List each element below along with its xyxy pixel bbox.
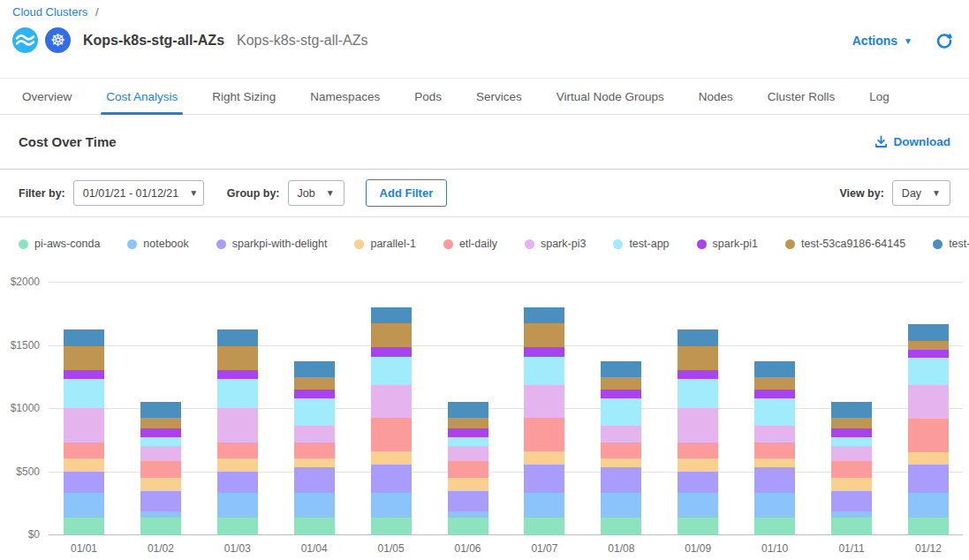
bar-segment-etl-daily[interactable] (371, 418, 412, 451)
bar-01-02[interactable] (140, 402, 181, 534)
bar-segment-spark-pi3[interactable] (294, 426, 335, 443)
bar-segment-spark-pi1[interactable] (678, 370, 718, 379)
bar-segment-test-app[interactable] (371, 357, 412, 384)
bar-segment-test-pkix[interactable] (448, 402, 488, 418)
bar-segment-test-pkix[interactable] (217, 329, 258, 346)
bar-segment-sparkpi-with-delight[interactable] (140, 491, 181, 511)
bar-segment-etl-daily[interactable] (601, 443, 641, 458)
bar-segment-spark-pi1[interactable] (908, 350, 949, 358)
bar-01-04[interactable] (294, 361, 335, 534)
legend-item-parallel-1[interactable]: parallel-1 (354, 238, 415, 250)
download-button[interactable]: Download (874, 135, 951, 148)
bar-segment-test-pkix[interactable] (601, 361, 641, 377)
bar-segment-test-53ca9186-64145[interactable] (371, 323, 412, 347)
bar-segment-spark-pi3[interactable] (601, 426, 641, 443)
add-filter-button[interactable]: Add Filter (366, 179, 448, 207)
tab-overview[interactable]: Overview (22, 79, 72, 114)
bar-01-05[interactable] (371, 307, 412, 534)
bar-segment-test-app[interactable] (140, 437, 181, 446)
bar-segment-notebook[interactable] (908, 493, 949, 518)
bar-segment-etl-daily[interactable] (754, 443, 795, 458)
bar-segment-spark-pi3[interactable] (524, 385, 564, 418)
bar-segment-test-53ca9186-64145[interactable] (908, 341, 949, 350)
bar-segment-test-pkix[interactable] (754, 361, 795, 377)
bar-01-09[interactable] (678, 329, 718, 534)
bar-segment-pi-aws-conda[interactable] (217, 518, 258, 534)
bar-segment-pi-aws-conda[interactable] (678, 518, 718, 534)
bar-segment-spark-pi3[interactable] (448, 446, 488, 461)
bar-segment-parallel-1[interactable] (64, 458, 104, 471)
bar-segment-test-53ca9186-64145[interactable] (524, 323, 564, 347)
bar-segment-test-pkix[interactable] (678, 329, 718, 346)
bar-segment-pi-aws-conda[interactable] (140, 518, 181, 534)
bar-segment-etl-daily[interactable] (831, 461, 872, 478)
bar-segment-pi-aws-conda[interactable] (448, 518, 488, 534)
group-by-dropdown[interactable]: Job ▼ (288, 180, 344, 206)
bar-01-11[interactable] (831, 402, 872, 534)
bar-segment-sparkpi-with-delight[interactable] (371, 465, 412, 493)
legend-item-test-pkix[interactable]: test-pkix (933, 238, 969, 250)
bar-segment-spark-pi1[interactable] (294, 390, 335, 399)
legend-item-sparkpi-with-delight[interactable]: sparkpi-with-delight (216, 238, 328, 250)
bar-segment-notebook[interactable] (601, 493, 641, 518)
bar-segment-test-app[interactable] (217, 379, 258, 408)
bar-segment-test-53ca9186-64145[interactable] (448, 418, 488, 428)
bar-segment-spark-pi3[interactable] (217, 408, 258, 443)
bar-segment-test-app[interactable] (294, 398, 335, 426)
bar-segment-test-pkix[interactable] (140, 402, 181, 418)
bar-segment-test-53ca9186-64145[interactable] (831, 418, 872, 428)
date-range-dropdown[interactable]: 01/01/21 - 01/12/21 ▼ (73, 180, 204, 206)
bar-segment-pi-aws-conda[interactable] (524, 518, 564, 534)
bar-segment-sparkpi-with-delight[interactable] (64, 472, 104, 493)
legend-item-notebook[interactable]: notebook (127, 238, 188, 250)
bar-segment-spark-pi1[interactable] (524, 347, 564, 357)
bar-segment-test-app[interactable] (64, 379, 104, 408)
bar-segment-parallel-1[interactable] (831, 478, 872, 492)
bar-segment-etl-daily[interactable] (64, 443, 104, 459)
bar-segment-pi-aws-conda[interactable] (64, 518, 104, 534)
bar-segment-parallel-1[interactable] (217, 458, 258, 471)
bar-segment-test-53ca9186-64145[interactable] (754, 377, 795, 390)
bar-segment-notebook[interactable] (448, 511, 488, 518)
legend-item-spark-pi3[interactable]: spark-pi3 (525, 238, 586, 250)
bar-segment-test-app[interactable] (524, 357, 564, 384)
legend-item-test-app[interactable]: test-app (613, 238, 669, 250)
bar-segment-pi-aws-conda[interactable] (908, 518, 949, 534)
breadcrumb-cloud-clusters-link[interactable]: Cloud Clusters (12, 5, 87, 19)
bar-segment-parallel-1[interactable] (908, 452, 949, 465)
bar-segment-pi-aws-conda[interactable] (601, 518, 641, 534)
bar-segment-sparkpi-with-delight[interactable] (754, 467, 795, 493)
bar-segment-test-pkix[interactable] (294, 361, 335, 377)
bar-segment-sparkpi-with-delight[interactable] (908, 465, 949, 492)
bar-01-10[interactable] (754, 361, 795, 534)
bar-segment-test-app[interactable] (448, 437, 488, 446)
bar-segment-test-53ca9186-64145[interactable] (294, 377, 335, 390)
bar-segment-spark-pi3[interactable] (678, 408, 718, 443)
bar-segment-etl-daily[interactable] (524, 418, 564, 451)
bar-segment-test-53ca9186-64145[interactable] (217, 346, 258, 370)
bar-segment-parallel-1[interactable] (294, 458, 335, 468)
bar-01-12[interactable] (908, 324, 949, 534)
bar-segment-test-53ca9186-64145[interactable] (64, 346, 104, 370)
bar-segment-notebook[interactable] (140, 511, 181, 518)
bar-segment-sparkpi-with-delight[interactable] (217, 472, 258, 493)
bar-segment-etl-daily[interactable] (217, 443, 258, 459)
bar-segment-notebook[interactable] (524, 493, 564, 518)
bar-segment-parallel-1[interactable] (601, 458, 641, 468)
bar-segment-notebook[interactable] (217, 493, 258, 518)
bar-segment-test-53ca9186-64145[interactable] (678, 346, 718, 370)
tab-namespaces[interactable]: Namespaces (310, 79, 380, 114)
bar-segment-sparkpi-with-delight[interactable] (601, 467, 641, 493)
bar-segment-notebook[interactable] (64, 493, 104, 518)
view-by-dropdown[interactable]: Day ▼ (892, 180, 950, 206)
bar-01-03[interactable] (217, 329, 258, 534)
tab-pods[interactable]: Pods (414, 79, 442, 114)
bar-segment-notebook[interactable] (831, 511, 872, 518)
bar-segment-notebook[interactable] (294, 493, 335, 518)
bar-segment-notebook[interactable] (371, 493, 412, 518)
bar-segment-spark-pi3[interactable] (831, 446, 872, 461)
bar-segment-sparkpi-with-delight[interactable] (524, 465, 564, 493)
bar-segment-etl-daily[interactable] (294, 443, 335, 458)
bar-segment-sparkpi-with-delight[interactable] (294, 467, 335, 493)
bar-segment-test-app[interactable] (908, 358, 949, 385)
